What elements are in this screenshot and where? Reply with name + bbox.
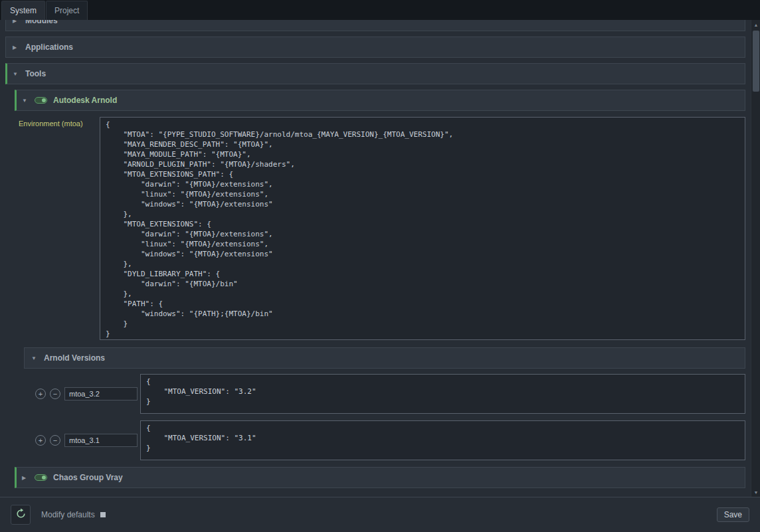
settings-window: System Project ▶ Modules ▶ Applications … [0,0,760,532]
group-header-chaos-group-vray[interactable]: ▶ Chaos Group Vray [15,467,745,488]
enable-toggle-icon[interactable] [35,474,47,481]
chevron-right-icon: ▶ [13,20,19,24]
environment-label: Environment (mtoa) [15,117,100,340]
save-button[interactable]: Save [717,507,749,522]
section-header-tools[interactable]: ▼ Tools [5,63,745,84]
remove-version-button[interactable]: − [50,435,60,446]
refresh-icon [15,508,27,521]
version-row-controls: + − [24,389,60,399]
group-label-chaos-group-vray: Chaos Group Vray [53,473,123,482]
add-version-button[interactable]: + [35,389,46,399]
version-name-input[interactable] [64,387,138,400]
chevron-right-icon: ▶ [22,475,29,481]
refresh-button[interactable] [11,505,31,525]
version-name-input[interactable] [64,434,138,447]
version-row: + − { "MTOA_VERSION": "3.2" } [24,374,745,414]
chevron-down-icon: ▼ [13,71,19,77]
remove-version-button[interactable]: − [50,389,60,399]
section-label-modules: Modules [25,20,58,25]
section-header-modules[interactable]: ▶ Modules [5,20,745,31]
tab-bar: System Project [0,0,760,20]
chevron-right-icon: ▶ [13,44,19,50]
scrollbar-thumb[interactable] [753,31,759,92]
tab-project[interactable]: Project [46,1,88,20]
version-row: + − { "MTOA_VERSION": "3.1" } [24,420,745,460]
arnold-body: Environment (mtoa) { "MTOA": "{PYPE_STUD… [15,117,745,460]
modify-defaults-checkbox[interactable] [100,512,106,517]
tools-body: ▼ Autodesk Arnold Environment (mtoa) { "… [15,90,745,488]
section-label-arnold-versions: Arnold Versions [44,353,105,363]
scroll-down-icon[interactable]: ▼ [751,488,760,497]
group-label-autodesk-arnold: Autodesk Arnold [53,96,117,105]
environment-editor[interactable]: { "MTOA": "{PYPE_STUDIO_SOFTWARE}/arnold… [100,117,745,340]
scrollbar-track[interactable] [751,29,760,488]
version-row-controls: + − [24,435,60,446]
scroll-up-icon[interactable]: ▲ [751,20,760,29]
section-header-arnold-versions[interactable]: ▼ Arnold Versions [24,347,745,369]
enable-toggle-icon[interactable] [35,97,47,104]
section-header-applications[interactable]: ▶ Applications [5,37,745,58]
version-value-editor[interactable]: { "MTOA_VERSION": "3.1" } [140,420,745,460]
settings-main: ▶ Modules ▶ Applications ▼ Tools ▼ Autod… [0,20,760,497]
section-label-applications: Applications [25,43,73,52]
group-header-autodesk-arnold[interactable]: ▼ Autodesk Arnold [15,90,745,111]
environment-row: Environment (mtoa) { "MTOA": "{PYPE_STUD… [15,117,745,340]
section-label-tools: Tools [25,69,46,78]
modify-defaults-label: Modify defaults [41,510,95,519]
version-value-editor[interactable]: { "MTOA_VERSION": "3.2" } [140,374,745,414]
chevron-down-icon: ▼ [22,98,29,104]
add-version-button[interactable]: + [35,435,46,446]
settings-scroll-area: ▶ Modules ▶ Applications ▼ Tools ▼ Autod… [0,20,751,497]
tab-system[interactable]: System [1,1,45,20]
footer-bar: Modify defaults Save [0,497,760,532]
vertical-scrollbar[interactable]: ▲ ▼ [751,20,760,497]
chevron-down-icon: ▼ [31,355,38,361]
